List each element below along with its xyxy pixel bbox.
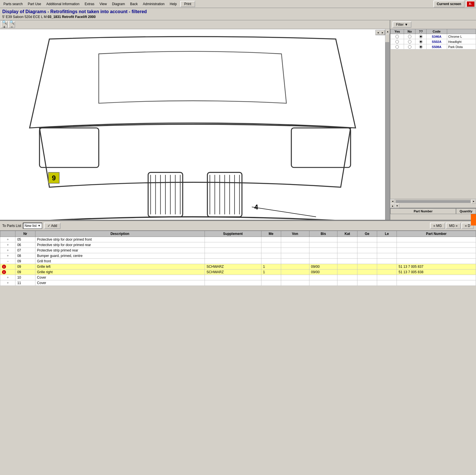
row-le	[377, 248, 397, 253]
row-part-number: 51 13 7 005 838	[397, 270, 476, 275]
filter-code: S502A	[426, 39, 447, 44]
filter-qq-radio[interactable]	[415, 34, 426, 39]
row-von	[281, 275, 309, 280]
row-bis: 09/00	[309, 264, 337, 270]
svg-rect-0	[39, 128, 99, 167]
table-row-highlighted[interactable]: i 09 Grille left SCHWARZ 1 09/00 51 13 7…	[0, 264, 476, 270]
menu-additional-info[interactable]: Additional Information	[44, 1, 82, 7]
right-h-scroll[interactable]: ◄ ►	[390, 199, 476, 203]
row-desc[interactable]: Protective strip primed rear	[35, 248, 205, 253]
row-bis	[309, 248, 337, 253]
nav-mg-next[interactable]: MG »	[446, 223, 461, 229]
filter-button[interactable]: Filter ▼	[393, 21, 411, 28]
filter-qq-radio[interactable]	[415, 44, 426, 49]
menu-parts-search[interactable]: Parts search	[1, 1, 25, 7]
row-part-number	[397, 237, 476, 242]
row-bis	[309, 237, 337, 242]
nav-buttons: « MG MG » « D	[430, 223, 474, 229]
vertical-scrollbar[interactable]: ▲ ▼	[385, 29, 390, 220]
table-row: + 11 Cover	[0, 280, 476, 286]
right-top-down[interactable]: ▼	[395, 203, 399, 208]
row-bis	[309, 280, 337, 286]
filter-row: S508A Park Dista	[391, 44, 476, 49]
filter-row: S346A Chrome L	[391, 34, 476, 39]
row-desc[interactable]: Grille left	[35, 264, 205, 270]
row-me: 1	[261, 264, 281, 270]
row-me	[261, 280, 281, 286]
row-desc[interactable]: Cover	[35, 280, 205, 286]
right-top-scroll: ▲ ▼	[390, 203, 476, 208]
right-scroll-right[interactable]: ►	[471, 199, 476, 204]
corner-left-arrow[interactable]: ◄	[376, 30, 380, 35]
menu-part-use[interactable]: Part Use	[25, 1, 43, 7]
menu-diagram[interactable]: Diagram	[110, 1, 127, 7]
list-select-value: New list	[25, 224, 37, 228]
menu-extras[interactable]: Extras	[82, 1, 97, 7]
row-part-number	[397, 253, 476, 259]
filter-yes-radio[interactable]	[391, 39, 404, 44]
row-indicator: +	[0, 237, 15, 242]
menu-print[interactable]: Print	[180, 1, 195, 7]
right-panel-bottom	[390, 214, 476, 220]
list-select-arrow-icon: ▼	[38, 224, 41, 227]
right-top-up[interactable]: ▲	[390, 203, 395, 208]
filter-qq-radio[interactable]	[415, 39, 426, 44]
row-info-icon-cell: i	[0, 264, 15, 270]
row-desc[interactable]: Protective strip for door primed rear	[35, 242, 205, 248]
zoom-out-button[interactable]: 🔍−	[8, 21, 15, 28]
table-row: + 08 Bumper guard, primed, centre	[0, 253, 476, 259]
col-ge: Ge	[357, 231, 377, 237]
row-me	[261, 237, 281, 242]
row-part-number	[397, 259, 476, 264]
scroll-up-arrow[interactable]: ▲	[385, 29, 390, 34]
subtitle-bold: 03_1831 Retrofit Facelift 2000	[48, 15, 96, 19]
row-desc[interactable]: Protective strip for door primed front	[35, 237, 205, 242]
diagram-svg: 9 1 2 3 4 10 13	[0, 29, 385, 220]
diagram-canvas[interactable]: 9 1 2 3 4 10 13	[0, 29, 385, 220]
svg-rect-1	[291, 128, 351, 167]
row-le	[377, 275, 397, 280]
row-supplement	[205, 259, 261, 264]
row-desc[interactable]: Bumper guard, primed, centre	[35, 253, 205, 259]
row-part-number	[397, 280, 476, 286]
row-desc[interactable]: Cover	[35, 275, 205, 280]
row-bis	[309, 275, 337, 280]
bottom-toolbar: To Parts List New list ▼ ✓ Add « MG MG »…	[0, 220, 476, 231]
menu-back[interactable]: Back	[128, 1, 140, 7]
filter-yes-radio[interactable]	[391, 44, 404, 49]
filter-desc: Headlight	[447, 39, 476, 44]
row-nr: 06	[15, 242, 35, 248]
current-screen-button[interactable]: Current screen	[433, 1, 465, 7]
col-indicator	[0, 231, 15, 237]
corner-right-arrow[interactable]: ►	[380, 30, 385, 35]
filter-yes-radio[interactable]	[391, 34, 404, 39]
nav-mg-prev[interactable]: « MG	[430, 223, 445, 229]
title-area: Display of Diagrams - Retrofittings not …	[0, 8, 476, 20]
row-info-icon-cell: i	[0, 270, 15, 275]
v-scroll-thumb[interactable]	[385, 34, 389, 42]
row-nr: 07	[15, 248, 35, 253]
filter-col-desc	[447, 29, 476, 34]
menu-administration[interactable]: Administration	[141, 1, 167, 7]
filter-no-radio[interactable]	[404, 44, 415, 49]
table-row-highlighted[interactable]: i 09 Grille right SCHWARZ 1 09/00 51 13 …	[0, 270, 476, 275]
row-indicator: −	[0, 259, 15, 264]
add-button[interactable]: ✓ Add	[44, 223, 61, 229]
row-part-number	[397, 242, 476, 248]
filter-no-radio[interactable]	[404, 34, 415, 39]
row-kat	[337, 264, 357, 270]
menu-help[interactable]: Help	[167, 1, 179, 7]
v-scroll-track	[385, 34, 390, 220]
row-kat	[337, 270, 357, 275]
right-scroll-track	[396, 200, 471, 203]
zoom-in-button[interactable]: 🔍+	[1, 21, 8, 28]
filter-no-radio[interactable]	[404, 39, 415, 44]
row-indicator: +	[0, 242, 15, 248]
row-desc[interactable]: Grille right	[35, 270, 205, 275]
list-select-dropdown[interactable]: New list ▼	[23, 223, 42, 229]
row-desc[interactable]: Grill front	[35, 259, 205, 264]
right-scroll-left[interactable]: ◄	[390, 199, 395, 204]
menu-view[interactable]: View	[97, 1, 109, 7]
row-le	[377, 242, 397, 248]
row-supplement: SCHWARZ	[205, 264, 261, 270]
